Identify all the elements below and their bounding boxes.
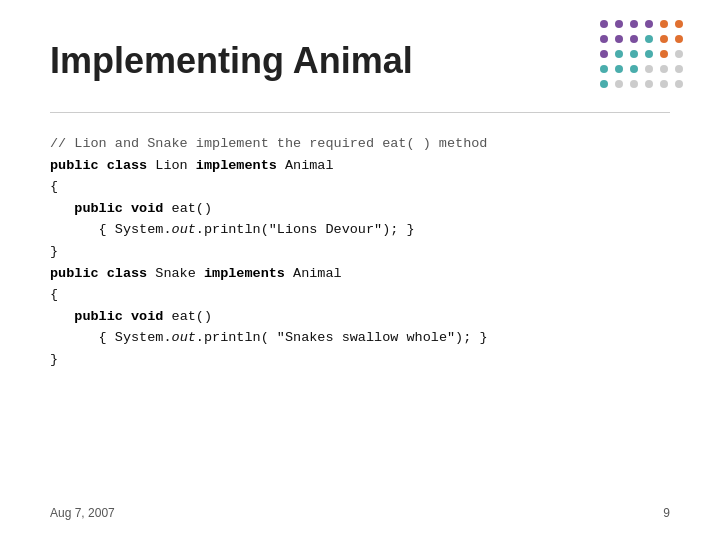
- dot-cell: [630, 50, 638, 58]
- code-line-5: { System.out.println("Lions Devour"); }: [50, 219, 670, 241]
- dot-cell: [600, 65, 608, 73]
- dot-cell: [675, 20, 683, 28]
- dot-cell: [675, 50, 683, 58]
- dot-cell: [675, 80, 683, 88]
- dot-cell: [615, 50, 623, 58]
- code-line-1: // Lion and Snake implement the required…: [50, 133, 670, 155]
- dot-cell: [660, 35, 668, 43]
- slide: Implementing Animal // Lion and Snake im…: [0, 0, 720, 540]
- code-line-11: }: [50, 349, 670, 371]
- dot-cell: [660, 50, 668, 58]
- title-divider: [50, 112, 670, 113]
- code-line-3: {: [50, 176, 670, 198]
- dot-cell: [660, 20, 668, 28]
- dot-cell: [630, 80, 638, 88]
- code-line-4: public void eat(): [50, 198, 670, 220]
- dot-cell: [615, 65, 623, 73]
- dot-cell: [645, 65, 653, 73]
- dot-cell: [675, 35, 683, 43]
- code-line-6: }: [50, 241, 670, 263]
- footer-date: Aug 7, 2007: [50, 506, 115, 520]
- dot-cell: [615, 20, 623, 28]
- dot-cell: [675, 65, 683, 73]
- dot-cell: [630, 35, 638, 43]
- dot-cell: [645, 35, 653, 43]
- dot-cell: [630, 65, 638, 73]
- code-line-8: {: [50, 284, 670, 306]
- dot-cell: [615, 35, 623, 43]
- code-line-2: public class Lion implements Animal: [50, 155, 670, 177]
- dot-cell: [660, 65, 668, 73]
- dot-cell: [600, 50, 608, 58]
- dot-cell: [645, 50, 653, 58]
- dot-cell: [600, 20, 608, 28]
- dot-grid-decoration: [600, 20, 690, 100]
- dot-cell: [600, 35, 608, 43]
- code-block: // Lion and Snake implement the required…: [50, 133, 670, 371]
- dot-cell: [645, 20, 653, 28]
- footer-page-number: 9: [663, 506, 670, 520]
- dot-cell: [600, 80, 608, 88]
- comment-line: // Lion and Snake implement the required…: [50, 136, 487, 151]
- dot-cell: [630, 20, 638, 28]
- code-line-10: { System.out.println( "Snakes swallow wh…: [50, 327, 670, 349]
- slide-title: Implementing Animal: [50, 40, 670, 82]
- code-line-9: public void eat(): [50, 306, 670, 328]
- dot-cell: [615, 80, 623, 88]
- slide-footer: Aug 7, 2007 9: [50, 506, 670, 520]
- dot-cell: [645, 80, 653, 88]
- dot-cell: [660, 80, 668, 88]
- code-line-7: public class Snake implements Animal: [50, 263, 670, 285]
